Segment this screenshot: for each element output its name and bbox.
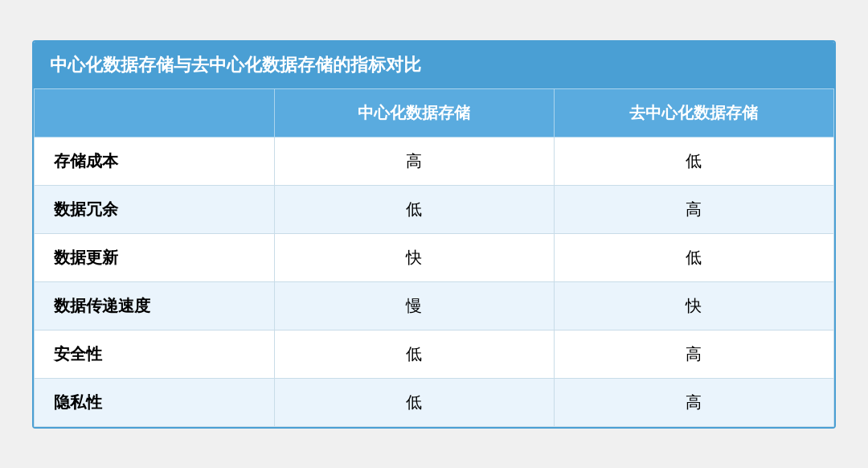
table-row: 隐私性低高 [35,378,834,426]
table-row: 存储成本高低 [35,137,834,185]
table-row: 数据更新快低 [35,233,834,281]
cell-metric: 隐私性 [35,378,275,426]
cell-decentralized: 高 [554,185,833,233]
cell-decentralized: 快 [554,281,833,330]
cell-metric: 数据传递速度 [35,281,275,330]
table-row: 数据冗余低高 [35,185,834,233]
cell-centralized: 快 [274,233,554,281]
table-row: 数据传递速度慢快 [35,281,834,330]
cell-centralized: 低 [274,378,554,426]
cell-decentralized: 低 [554,137,833,185]
cell-centralized: 高 [274,137,554,185]
cell-metric: 数据冗余 [35,185,275,233]
table-row: 安全性低高 [35,330,834,378]
table-title: 中心化数据存储与去中心化数据存储的指标对比 [34,42,834,88]
comparison-table-container: 中心化数据存储与去中心化数据存储的指标对比 中心化数据存储 去中心化数据存储 存… [32,40,836,429]
cell-decentralized: 高 [554,330,833,378]
table-header-row: 中心化数据存储 去中心化数据存储 [35,88,834,137]
cell-decentralized: 低 [554,233,833,281]
column-header-metric [35,88,275,137]
cell-metric: 安全性 [35,330,275,378]
column-header-decentralized: 去中心化数据存储 [554,88,833,137]
cell-centralized: 低 [274,185,554,233]
cell-centralized: 低 [274,330,554,378]
cell-centralized: 慢 [274,281,554,330]
comparison-table: 中心化数据存储 去中心化数据存储 存储成本高低数据冗余低高数据更新快低数据传递速… [34,88,834,427]
cell-metric: 存储成本 [35,137,275,185]
cell-decentralized: 高 [554,378,833,426]
cell-metric: 数据更新 [35,233,275,281]
column-header-centralized: 中心化数据存储 [274,88,554,137]
table-body: 存储成本高低数据冗余低高数据更新快低数据传递速度慢快安全性低高隐私性低高 [35,137,834,426]
